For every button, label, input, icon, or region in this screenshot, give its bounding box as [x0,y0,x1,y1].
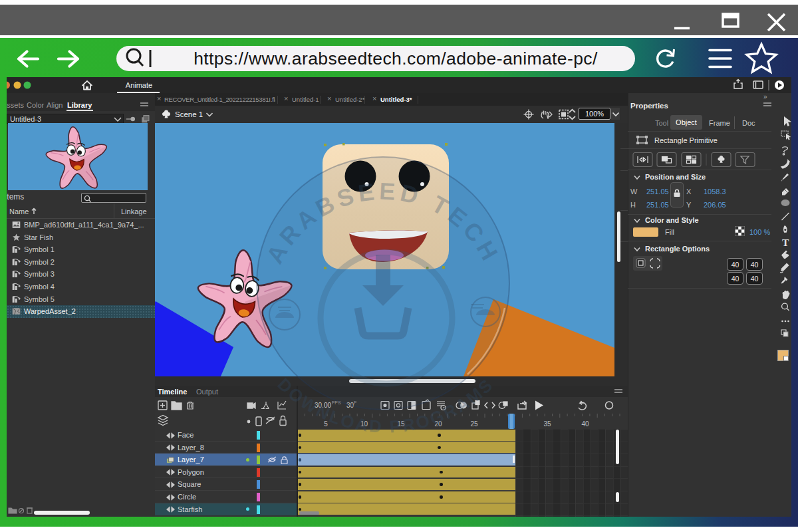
svg-text:35: 35 [543,420,551,428]
svg-text:T: T [782,237,789,248]
svg-text:5: 5 [324,420,328,428]
svg-text:15: 15 [397,420,405,428]
svg-text:40: 40 [581,420,589,428]
svg-text:FPS: FPS [332,400,341,405]
svg-text:30.00: 30.00 [315,402,331,409]
svg-text:20: 20 [434,420,442,428]
svg-text:10: 10 [360,420,368,428]
svg-text:30: 30 [346,402,354,409]
svg-text:25: 25 [470,420,478,428]
svg-text:F: F [354,400,356,405]
